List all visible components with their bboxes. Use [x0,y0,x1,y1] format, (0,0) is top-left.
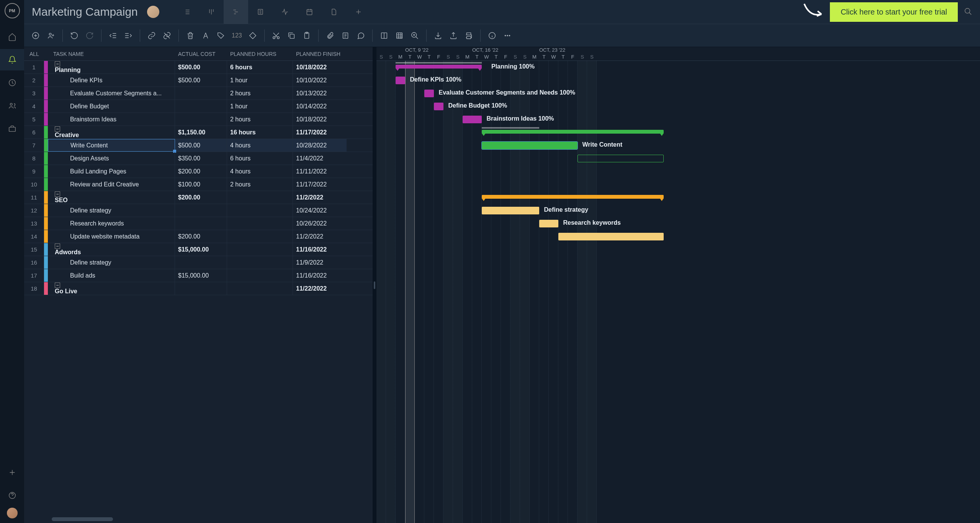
gantt-bar[interactable] [396,77,405,84]
finish-cell[interactable]: 11/16/2022 [293,243,347,256]
finish-cell[interactable]: 10/24/2022 [293,204,347,217]
hours-cell[interactable]: 1 hour [227,74,293,87]
task-name-cell[interactable]: Review and Edit Creative [48,178,175,191]
collapse-icon[interactable]: − [55,244,60,249]
info-icon[interactable] [485,29,499,42]
task-name-cell[interactable]: Write Content [48,139,175,152]
free-trial-button[interactable]: Click here to start your free trial [830,2,958,22]
task-row[interactable]: 4Define Budget1 hour10/14/2022 [24,100,373,113]
hours-cell[interactable]: 4 hours [227,139,293,152]
finish-cell[interactable]: 10/18/2022 [293,113,347,126]
task-name-cell[interactable]: Evaluate Customer Segments a... [48,87,175,100]
finish-cell[interactable]: 10/28/2022 [293,139,347,152]
hours-cell[interactable]: 2 hours [227,87,293,100]
cost-cell[interactable] [175,204,227,217]
cost-cell[interactable]: $100.00 [175,178,227,191]
briefcase-nav-icon[interactable] [0,118,24,139]
redo-icon[interactable] [83,29,97,42]
search-icon[interactable] [964,7,972,17]
cost-cell[interactable] [175,217,227,230]
cost-cell[interactable] [175,256,227,269]
finish-cell[interactable]: 11/2/2022 [293,230,347,243]
add-person-icon[interactable] [44,29,58,42]
task-row[interactable]: 2Define KPIs$500.001 hour10/10/2022 [24,74,373,87]
task-name-cell[interactable]: Build Landing Pages [48,165,175,178]
task-name-cell[interactable]: Brainstorm Ideas [48,113,175,126]
task-name-cell[interactable]: Define Budget [48,100,175,113]
cost-cell[interactable]: $200.00 [175,165,227,178]
task-name-cell[interactable]: Define KPIs [48,74,175,87]
hours-cell[interactable] [227,204,293,217]
task-row[interactable]: 17Build ads$15,000.0011/16/2022 [24,269,373,282]
task-name-cell[interactable]: −SEO [48,191,175,204]
task-row[interactable]: 14Update website metadata$200.0011/2/202… [24,230,373,243]
cost-cell[interactable] [175,282,227,295]
add-task-icon[interactable] [29,29,43,42]
col-all[interactable]: ALL [24,47,48,60]
cost-cell[interactable]: $350.00 [175,152,227,165]
cost-cell[interactable] [175,87,227,100]
finish-cell[interactable]: 11/17/2022 [293,178,347,191]
plus-nav-icon[interactable] [0,462,24,483]
finish-cell[interactable]: 11/11/2022 [293,165,347,178]
attachment-icon[interactable] [323,29,337,42]
finish-cell[interactable]: 11/16/2022 [293,269,347,282]
cost-cell[interactable]: $500.00 [175,74,227,87]
text-icon[interactable] [199,29,213,42]
gantt-bar[interactable] [434,103,443,110]
task-row[interactable]: 16Define strategy11/9/2022 [24,256,373,269]
task-name-cell[interactable]: Build ads [48,269,175,282]
task-name-cell[interactable]: Update website metadata [48,230,175,243]
tag-icon[interactable] [214,29,228,42]
help-nav-icon[interactable] [0,485,24,506]
gantt-bar[interactable] [558,233,664,240]
task-row[interactable]: 5Brainstorm Ideas2 hours10/18/2022 [24,113,373,126]
task-row[interactable]: 15−Adwords$15,000.0011/16/2022 [24,243,373,256]
task-row[interactable]: 18−Go Live11/22/2022 [24,282,373,295]
outdent-icon[interactable] [106,29,120,42]
list-view-icon[interactable] [175,0,199,24]
hours-cell[interactable]: 1 hour [227,100,293,113]
export-icon[interactable] [447,29,460,42]
hours-cell[interactable]: 6 hours [227,61,293,74]
indent-icon[interactable] [121,29,135,42]
task-row[interactable]: 13Research keywords10/26/2022 [24,217,373,230]
finish-cell[interactable]: 11/2/2022 [293,191,347,204]
copy-icon[interactable] [285,29,298,42]
bell-nav-icon[interactable] [0,49,24,70]
task-row[interactable]: 6−Creative$1,150.0016 hours11/17/2022 [24,126,373,139]
collapse-icon[interactable]: − [55,126,60,132]
gantt-view-icon[interactable] [224,0,248,24]
import-icon[interactable] [431,29,445,42]
task-name-cell[interactable]: −Go Live [48,282,175,295]
task-name-cell[interactable]: −Adwords [48,243,175,256]
finish-cell[interactable]: 11/4/2022 [293,152,347,165]
cost-cell[interactable]: $1,150.00 [175,126,227,139]
board-view-icon[interactable] [199,0,224,24]
finish-cell[interactable]: 10/10/2022 [293,74,347,87]
gantt-bar[interactable] [482,130,664,134]
collapse-icon[interactable]: − [55,283,60,288]
paste-icon[interactable] [300,29,314,42]
task-row[interactable]: 11−SEO$200.0011/2/2022 [24,191,373,204]
finish-cell[interactable]: 11/22/2022 [293,282,347,295]
add-view-icon[interactable] [346,0,371,24]
note-icon[interactable] [339,29,352,42]
hours-cell[interactable] [227,256,293,269]
task-row[interactable]: 12Define strategy10/24/2022 [24,204,373,217]
gantt-bar[interactable] [424,90,434,97]
grid-icon[interactable] [393,29,406,42]
cost-cell[interactable] [175,100,227,113]
diamond-icon[interactable] [246,29,260,42]
cost-cell[interactable]: $200.00 [175,230,227,243]
cut-icon[interactable] [269,29,283,42]
task-row[interactable]: 9Build Landing Pages$200.004 hours11/11/… [24,165,373,178]
undo-icon[interactable] [67,29,81,42]
hours-cell[interactable]: 2 hours [227,178,293,191]
col-planned-hours[interactable]: PLANNED HOURS [227,47,293,60]
task-row[interactable]: 1−Planning$500.006 hours10/18/2022 [24,61,373,74]
file-view-icon[interactable] [322,0,346,24]
hours-cell[interactable] [227,217,293,230]
finish-cell[interactable]: 11/17/2022 [293,126,347,139]
task-row[interactable]: 7Write Content$500.004 hours10/28/2022 [24,139,373,152]
